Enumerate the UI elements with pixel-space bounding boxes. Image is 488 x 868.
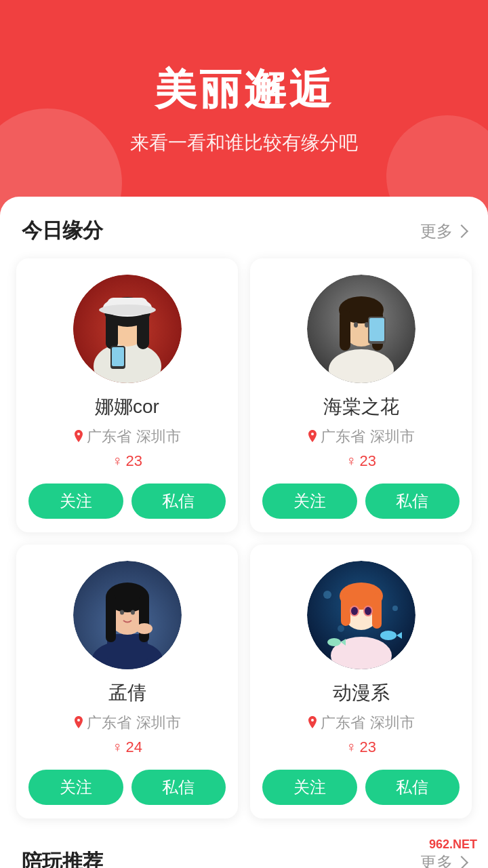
age-text-3: 24	[126, 738, 142, 756]
avatar-4	[307, 561, 415, 669]
user-gender-1: ♀ 23	[112, 452, 142, 470]
avatar-image-1	[73, 275, 182, 383]
user-gender-2: ♀ 23	[346, 452, 376, 470]
svg-point-19	[354, 322, 358, 328]
hero-section: 美丽邂逅 来看一看和谁比较有缘分吧	[0, 0, 488, 217]
message-button-2[interactable]: 私信	[365, 484, 460, 519]
svg-point-47	[327, 638, 341, 646]
svg-rect-15	[340, 310, 350, 351]
svg-point-29	[120, 610, 124, 615]
location-text-2: 广东省 深圳市	[321, 427, 414, 447]
avatar-image-2	[307, 275, 415, 383]
companion-section: 陪玩推荐 更多	[0, 835, 488, 868]
user-name-3: 孟倩	[108, 680, 146, 706]
hero-subtitle: 来看一看和谁比较有缘分吧	[130, 130, 358, 156]
svg-point-35	[338, 625, 344, 632]
user-name-1: 娜娜cor	[95, 394, 159, 420]
svg-rect-28	[139, 595, 149, 642]
card-actions-4: 关注 私信	[262, 770, 460, 805]
user-location-1: 广东省 深圳市	[73, 427, 180, 447]
avatar-3	[73, 561, 182, 669]
age-text-2: 23	[360, 452, 376, 470]
svg-point-45	[380, 631, 396, 640]
today-fate-title: 今日缘分	[22, 217, 103, 245]
avatar-1	[73, 275, 182, 383]
svg-point-33	[323, 591, 331, 599]
card-actions-1: 关注 私信	[28, 484, 226, 519]
gender-icon-1: ♀	[112, 452, 123, 470]
follow-button-2[interactable]: 关注	[262, 484, 357, 519]
user-card-4: 动漫系 广东省 深圳市 ♀ 23 关注 私信	[250, 545, 472, 818]
svg-rect-5	[137, 312, 149, 349]
user-card-1: 娜娜cor 广东省 深圳市 ♀ 23 关注 私信	[16, 258, 238, 532]
location-text-1: 广东省 深圳市	[87, 427, 180, 447]
companion-title: 陪玩推荐	[22, 848, 103, 868]
content-card: 今日缘分 更多	[0, 197, 488, 868]
svg-point-31	[136, 623, 152, 634]
svg-point-30	[131, 610, 135, 615]
user-location-4: 广东省 深圳市	[307, 713, 414, 733]
avatar-image-3	[73, 561, 182, 669]
location-text-4: 广东省 深圳市	[321, 713, 414, 733]
svg-rect-39	[341, 593, 350, 626]
user-cards-grid: 娜娜cor 广东省 深圳市 ♀ 23 关注 私信	[0, 258, 488, 818]
svg-rect-27	[106, 595, 116, 642]
today-fate-more-label: 更多	[420, 220, 453, 242]
user-gender-3: ♀ 24	[112, 738, 142, 756]
user-card-3: 孟倩 广东省 深圳市 ♀ 24 关注 私信	[16, 545, 238, 818]
card-actions-3: 关注 私信	[28, 770, 226, 805]
companion-chevron-icon	[455, 856, 468, 868]
location-icon-1	[73, 430, 84, 443]
watermark-site: 962.NET	[429, 837, 477, 851]
user-location-2: 广东省 深圳市	[307, 427, 414, 447]
user-card-2: 海棠之花 广东省 深圳市 ♀ 23 关注 私信	[250, 258, 472, 532]
location-icon-3	[73, 716, 84, 730]
message-button-1[interactable]: 私信	[131, 484, 226, 519]
svg-rect-10	[112, 347, 124, 366]
today-fate-header: 今日缘分 更多	[0, 197, 488, 258]
svg-point-43	[351, 607, 358, 615]
location-icon-2	[307, 430, 318, 443]
companion-more[interactable]: 更多	[420, 852, 466, 869]
svg-point-8	[99, 304, 156, 315]
message-button-3[interactable]: 私信	[131, 770, 226, 805]
svg-point-44	[365, 607, 371, 615]
follow-button-3[interactable]: 关注	[28, 770, 123, 805]
card-actions-2: 关注 私信	[262, 484, 460, 519]
user-location-3: 广东省 深圳市	[73, 713, 180, 733]
age-text-4: 23	[360, 738, 376, 756]
follow-button-1[interactable]: 关注	[28, 484, 123, 519]
svg-point-34	[392, 606, 398, 611]
location-text-3: 广东省 深圳市	[87, 713, 180, 733]
age-text-1: 23	[126, 452, 142, 470]
watermark: 962.NET	[429, 836, 477, 852]
user-name-2: 海棠之花	[323, 394, 399, 420]
location-icon-4	[307, 716, 318, 730]
companion-header: 陪玩推荐 更多	[0, 835, 488, 868]
user-gender-4: ♀ 23	[346, 738, 376, 756]
avatar-2	[307, 275, 415, 383]
svg-rect-18	[369, 318, 384, 341]
svg-rect-40	[372, 593, 382, 629]
chevron-right-icon	[455, 224, 468, 238]
user-name-4: 动漫系	[333, 680, 390, 706]
svg-point-20	[365, 322, 369, 328]
gender-icon-4: ♀	[346, 738, 357, 756]
follow-button-4[interactable]: 关注	[262, 770, 357, 805]
companion-more-label: 更多	[420, 852, 453, 869]
hero-title: 美丽邂逅	[155, 61, 333, 118]
avatar-image-4	[307, 561, 415, 669]
gender-icon-3: ♀	[112, 738, 123, 756]
message-button-4[interactable]: 私信	[365, 770, 460, 805]
svg-rect-4	[106, 312, 118, 349]
gender-icon-2: ♀	[346, 452, 357, 470]
today-fate-more[interactable]: 更多	[420, 220, 466, 242]
